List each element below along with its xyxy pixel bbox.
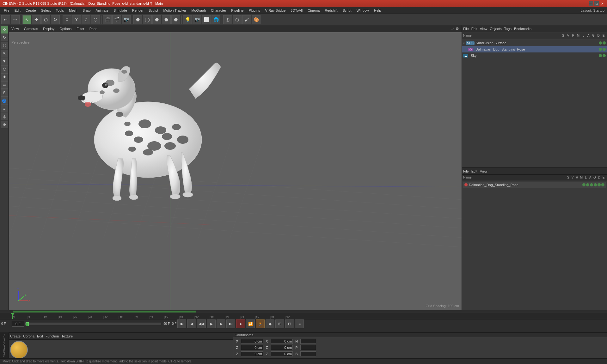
- vp-menu-view[interactable]: View: [11, 27, 19, 31]
- coord-h-input[interactable]: [300, 339, 316, 344]
- minimize-button[interactable]: —: [589, 1, 593, 6]
- tool-bridge[interactable]: ✚: [1, 73, 8, 81]
- menu-window[interactable]: Window: [354, 8, 371, 13]
- subdiv-vis-v[interactable]: [603, 41, 606, 45]
- coord-pz-input[interactable]: [271, 351, 293, 356]
- transport-step-back[interactable]: ◀: [187, 319, 196, 328]
- frame-all-button[interactable]: 🎬: [103, 15, 112, 24]
- timeline-scrubber[interactable]: [25, 323, 161, 325]
- tool-extrude[interactable]: ⬡: [1, 65, 8, 73]
- menu-redshift[interactable]: Redshift: [322, 8, 340, 13]
- transport-settings1[interactable]: ⊞: [275, 319, 284, 328]
- viewport-maximize[interactable]: ⤢: [451, 27, 454, 31]
- menu-snap[interactable]: Snap: [80, 8, 93, 13]
- menu-plugins[interactable]: Plugins: [246, 8, 262, 13]
- spline-button[interactable]: ◯: [143, 15, 152, 24]
- tool-fill[interactable]: ◎: [1, 113, 8, 120]
- am-menu-view[interactable]: View: [480, 169, 487, 173]
- tool-bevel[interactable]: S: [1, 89, 8, 97]
- sky-vis-v[interactable]: [603, 54, 606, 57]
- vp-menu-display[interactable]: Display: [43, 27, 54, 31]
- attr-vis2[interactable]: [586, 183, 589, 186]
- subdiv-vis-s[interactable]: [599, 41, 602, 45]
- light-button[interactable]: 💡: [183, 15, 192, 24]
- transport-step-fwd[interactable]: ▶: [217, 319, 225, 328]
- am-menu-file[interactable]: File: [463, 169, 469, 173]
- transport-record[interactable]: ●: [236, 319, 245, 328]
- om-menu-view[interactable]: View: [480, 27, 487, 31]
- render-region-button[interactable]: X: [63, 15, 71, 24]
- menu-edit[interactable]: Edit: [12, 8, 23, 13]
- move-tool-button[interactable]: ✚: [32, 15, 41, 24]
- menu-sculpt[interactable]: Sculpt: [146, 8, 161, 13]
- y-axis-button[interactable]: Y: [72, 15, 81, 24]
- transport-keyframe[interactable]: ◆: [266, 319, 274, 328]
- frame-input[interactable]: [12, 321, 24, 327]
- menu-animate[interactable]: Animate: [93, 8, 111, 13]
- menu-cinema[interactable]: Cinema: [305, 8, 322, 13]
- transport-go-end[interactable]: ⏭: [226, 319, 235, 328]
- menu-select[interactable]: Select: [39, 8, 53, 13]
- coord-p-input[interactable]: [300, 345, 316, 350]
- object-row-dog[interactable]: ⬡ Dalmatian_Dog_Standing_Pose: [462, 46, 607, 52]
- frame-selection-button[interactable]: 🎬: [112, 15, 121, 24]
- viewport-settings[interactable]: ⚙: [456, 27, 459, 31]
- tool-poly[interactable]: ▼: [1, 58, 8, 65]
- transport-play[interactable]: ▶: [207, 319, 216, 328]
- vp-menu-cameras[interactable]: Cameras: [24, 27, 38, 31]
- menu-render[interactable]: Render: [130, 8, 146, 13]
- polygon-button[interactable]: ⬟: [133, 15, 142, 24]
- camera-button[interactable]: 📷: [122, 15, 131, 24]
- texture-button[interactable]: ⬡: [233, 15, 242, 24]
- object-row-subdivision[interactable]: ▾ SDS Subdivision Surface: [462, 40, 607, 46]
- attr-vis1[interactable]: [582, 183, 586, 186]
- redo-button[interactable]: ↪: [11, 15, 20, 24]
- menu-pipeline[interactable]: Pipeline: [229, 8, 246, 13]
- tool-select[interactable]: ↖: [1, 50, 8, 57]
- rotate-tool-button[interactable]: ↻: [51, 15, 60, 24]
- scale-tool-button[interactable]: ⬡: [41, 15, 50, 24]
- paint-button[interactable]: 🎨: [252, 15, 261, 24]
- generator-button[interactable]: ⬟: [171, 15, 180, 24]
- tool-ring[interactable]: ≡: [1, 105, 8, 112]
- vp-menu-panel[interactable]: Panel: [89, 27, 98, 31]
- coord-y-input[interactable]: [241, 345, 263, 350]
- om-menu-bookmarks[interactable]: Bookmarks: [514, 27, 531, 31]
- tool-rotate[interactable]: ↻: [1, 34, 8, 41]
- transport-loop[interactable]: 🔁: [246, 319, 255, 328]
- menu-script[interactable]: Script: [340, 8, 354, 13]
- coord-z-input[interactable]: [241, 351, 263, 356]
- sky-button[interactable]: 🌐: [212, 15, 220, 24]
- mat-menu-edit[interactable]: Edit: [37, 334, 43, 338]
- attr-row-dog[interactable]: Dalmatian_Dog_Standing_Pose: [463, 182, 606, 188]
- menu-mesh[interactable]: Mesh: [66, 8, 80, 13]
- deformer-button[interactable]: ⬟: [162, 15, 171, 24]
- close-button[interactable]: ✕: [600, 1, 604, 6]
- coord-x-input[interactable]: [241, 339, 263, 344]
- mat-menu-function[interactable]: Function: [46, 334, 59, 338]
- menu-tools[interactable]: Tools: [53, 8, 66, 13]
- transport-go-start[interactable]: ⏮: [177, 319, 186, 328]
- floor-button[interactable]: ⬜: [202, 15, 211, 24]
- material-button[interactable]: ◎: [223, 15, 232, 24]
- transport-play-back[interactable]: ◀◀: [197, 319, 206, 328]
- dog-vis-s[interactable]: [599, 48, 602, 51]
- tool-loop[interactable]: 🌀: [1, 97, 8, 105]
- transport-list[interactable]: ≡: [295, 319, 304, 328]
- sky-vis-s[interactable]: [599, 54, 602, 57]
- tool-lasso[interactable]: ⊕: [1, 121, 8, 128]
- attr-vis6[interactable]: [601, 183, 604, 186]
- menu-vray[interactable]: V-Ray Bridge: [263, 8, 288, 13]
- am-menu-edit[interactable]: Edit: [471, 169, 477, 173]
- material-ball-dalmatian[interactable]: [10, 341, 28, 359]
- menu-motion-tracker[interactable]: Motion Tracker: [161, 8, 189, 13]
- sculpt-button[interactable]: 🖌: [242, 15, 251, 24]
- menu-help[interactable]: Help: [371, 8, 384, 13]
- object-row-sky[interactable]: ☁ Sky: [462, 52, 607, 59]
- attr-vis3[interactable]: [590, 183, 593, 186]
- world-axis-button[interactable]: ⬡: [91, 15, 100, 24]
- coord-py-input[interactable]: [271, 345, 293, 350]
- menu-create[interactable]: Create: [23, 8, 39, 13]
- attr-vis5[interactable]: [598, 183, 601, 186]
- coord-px-input[interactable]: [271, 339, 293, 344]
